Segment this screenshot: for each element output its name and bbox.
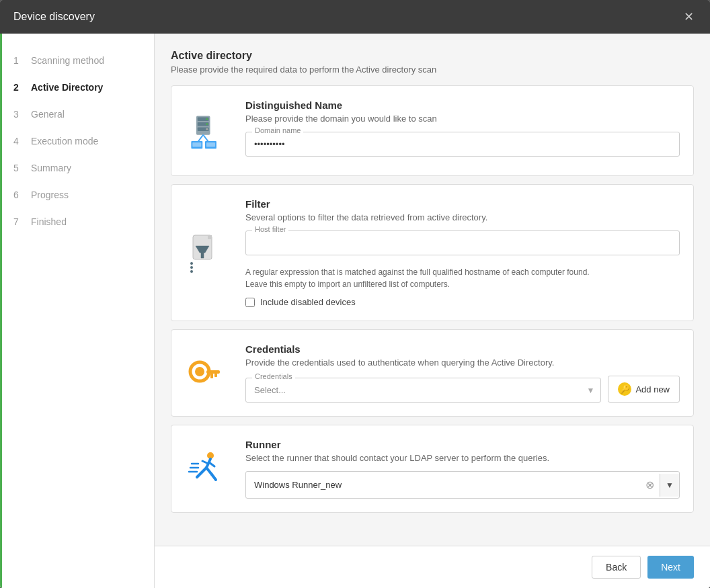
distinguished-name-desc: Please provide the domain you would like… xyxy=(245,114,680,124)
step-num-3: 3 xyxy=(13,109,24,120)
svg-point-4 xyxy=(206,118,208,120)
domain-name-field-wrapper: Domain name xyxy=(245,132,680,157)
runner-title: Runner xyxy=(245,439,680,450)
svg-rect-12 xyxy=(206,142,215,146)
modal-footer: Back Next xyxy=(155,546,710,588)
credentials-body: Credentials Provide the credentials used… xyxy=(239,330,693,416)
runner-select-wrapper: Windows Runner_new ⊗ ▼ xyxy=(245,471,680,499)
runner-icon-area xyxy=(171,425,239,512)
runner-clear-button[interactable]: ⊗ xyxy=(640,472,660,498)
svg-rect-21 xyxy=(206,370,220,374)
filter-note: A regular expression that is matched aga… xyxy=(245,266,680,290)
sidebar-item-execution-mode[interactable]: 4 Execution mode xyxy=(0,128,154,155)
runner-value: Windows Runner_new xyxy=(246,473,640,497)
sidebar-label-5: Summary xyxy=(31,163,71,173)
svg-rect-22 xyxy=(214,374,217,377)
svg-line-31 xyxy=(197,473,201,477)
svg-line-26 xyxy=(209,462,214,466)
credentials-select-wrapper: Credentials Select... ▼ xyxy=(245,378,601,403)
credentials-row: Credentials Select... ▼ 🔑 Add new xyxy=(245,376,680,403)
filter-icon-area xyxy=(171,185,239,321)
add-new-button[interactable]: 🔑 Add new xyxy=(608,376,680,403)
distinguished-name-body: Distinguished Name Please provide the do… xyxy=(239,86,693,175)
content-area: Active directory Please provide the requ… xyxy=(155,34,710,546)
add-new-label: Add new xyxy=(635,384,670,394)
modal-body: 1 Scanning method 2 Active Directory 3 G… xyxy=(0,34,710,588)
runner-body: Runner Select the runner that should con… xyxy=(239,425,693,512)
include-disabled-label: Include disabled devices xyxy=(260,297,356,307)
step-num-4: 4 xyxy=(13,136,24,146)
sidebar-label-6: Progress xyxy=(31,190,69,200)
credentials-select-label: Credentials xyxy=(252,372,295,380)
credentials-select[interactable]: Select... xyxy=(245,378,601,403)
filter-icon xyxy=(185,233,225,273)
server-icon xyxy=(185,110,225,153)
step-num-1: 1 xyxy=(13,55,24,66)
svg-rect-10 xyxy=(192,142,201,146)
distinguished-name-title: Distinguished Name xyxy=(245,99,680,111)
distinguished-name-card: Distinguished Name Please provide the do… xyxy=(171,85,694,176)
step-num-2: 2 xyxy=(13,82,24,93)
device-discovery-modal: Device discovery ✕ 1 Scanning method 2 A… xyxy=(0,0,710,588)
filter-card: Filter Several options to filter the dat… xyxy=(171,184,694,321)
host-filter-label: Host filter xyxy=(252,225,288,233)
credentials-desc: Provide the credentials used to authenti… xyxy=(245,358,680,368)
include-disabled-checkbox[interactable] xyxy=(245,298,255,307)
next-button[interactable]: Next xyxy=(647,556,694,579)
svg-point-16 xyxy=(190,262,193,265)
runner-dropdown-arrow[interactable]: ▼ xyxy=(660,474,679,497)
credentials-card: Credentials Provide the credentials used… xyxy=(171,329,694,417)
svg-rect-23 xyxy=(210,374,213,378)
runner-select-inner: Windows Runner_new ⊗ ▼ xyxy=(245,471,680,499)
svg-line-27 xyxy=(202,461,208,464)
svg-point-5 xyxy=(206,123,208,125)
page-subtitle: Please provide the required data to perf… xyxy=(171,65,694,75)
svg-point-20 xyxy=(195,367,204,376)
svg-rect-14 xyxy=(208,235,212,239)
runner-icon xyxy=(185,449,225,489)
step-num-6: 6 xyxy=(13,190,24,200)
close-button[interactable]: ✕ xyxy=(681,8,697,26)
sidebar-item-active-directory[interactable]: 2 Active Directory xyxy=(0,74,154,101)
sidebar-item-progress[interactable]: 6 Progress xyxy=(0,181,154,208)
modal-title: Device discovery xyxy=(13,11,95,23)
credentials-icon-area xyxy=(171,330,239,416)
distinguished-name-icon-area xyxy=(171,86,239,175)
step-num-7: 7 xyxy=(13,216,24,227)
step-num-5: 5 xyxy=(13,163,24,173)
sidebar-item-finished[interactable]: 7 Finished xyxy=(0,208,154,235)
sidebar: 1 Scanning method 2 Active Directory 3 G… xyxy=(0,34,155,588)
back-button[interactable]: Back xyxy=(592,556,641,579)
sidebar-label-2: Active Directory xyxy=(31,82,103,93)
page-title: Active directory xyxy=(171,50,694,62)
host-filter-input[interactable] xyxy=(245,230,680,255)
main-content: Active directory Please provide the requ… xyxy=(155,34,710,588)
sidebar-label-4: Execution mode xyxy=(31,136,98,146)
sidebar-label-3: General xyxy=(31,109,65,120)
credentials-title: Credentials xyxy=(245,343,680,355)
filter-desc: Several options to filter the data retri… xyxy=(245,212,680,222)
host-filter-wrapper: Host filter xyxy=(245,230,680,261)
sidebar-item-scanning-method[interactable]: 1 Scanning method xyxy=(0,47,154,74)
svg-point-18 xyxy=(190,270,193,273)
domain-name-input[interactable] xyxy=(245,132,680,157)
filter-title: Filter xyxy=(245,198,680,210)
sidebar-label-1: Scanning method xyxy=(31,55,104,66)
sidebar-label-7: Finished xyxy=(31,216,67,227)
svg-point-6 xyxy=(206,128,208,130)
sidebar-item-general[interactable]: 3 General xyxy=(0,101,154,128)
filter-body: Filter Several options to filter the dat… xyxy=(239,185,693,321)
domain-name-label: Domain name xyxy=(252,126,303,134)
runner-desc: Select the runner that should contact yo… xyxy=(245,453,680,463)
include-disabled-row: Include disabled devices xyxy=(245,297,680,307)
sidebar-item-summary[interactable]: 5 Summary xyxy=(0,155,154,181)
key-icon xyxy=(185,353,225,393)
svg-point-17 xyxy=(190,266,193,269)
svg-line-29 xyxy=(212,474,216,480)
modal-header: Device discovery ✕ xyxy=(0,0,710,34)
runner-card: Runner Select the runner that should con… xyxy=(171,425,694,513)
add-new-icon: 🔑 xyxy=(618,382,631,396)
